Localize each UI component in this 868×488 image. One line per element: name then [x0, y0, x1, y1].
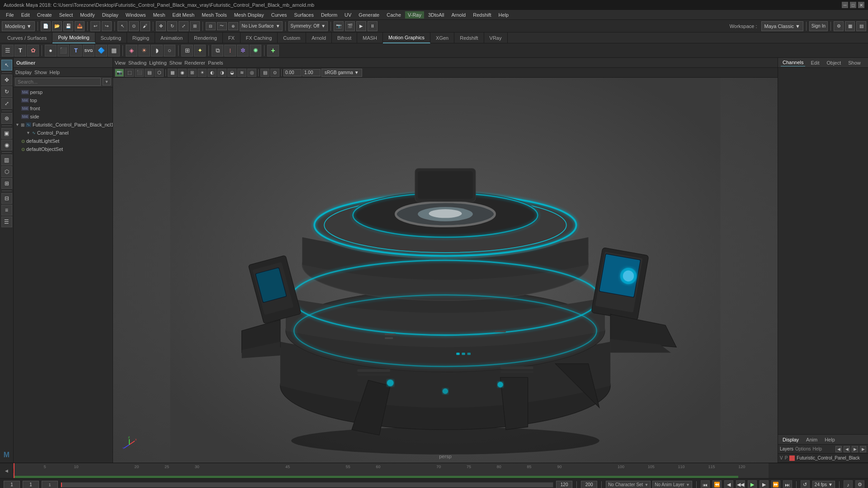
- arc-btn[interactable]: ◗: [151, 45, 163, 56]
- symmetry-dropdown[interactable]: Symmetry: Off ▼: [288, 21, 328, 31]
- play-back-btn[interactable]: ◀◀: [736, 480, 745, 488]
- tab-xgen[interactable]: XGen: [430, 33, 454, 43]
- scale-mode-btn[interactable]: ⤢: [1, 98, 12, 109]
- settings-pb-btn[interactable]: ⚙: [855, 480, 864, 488]
- menu-generate[interactable]: Generate: [355, 11, 382, 19]
- outliner-item-default-light-set[interactable]: ⊙ defaultLightSet: [14, 137, 113, 145]
- window-controls[interactable]: ─ □ ✕: [842, 2, 864, 8]
- outliner-item-persp[interactable]: M4 persp: [14, 88, 113, 96]
- audio-btn[interactable]: ♪: [844, 480, 853, 488]
- vp-panel-layout-btn[interactable]: ▤: [260, 69, 269, 77]
- vp-texture-btn[interactable]: ▦: [168, 69, 177, 77]
- sub-tab-layers-help[interactable]: Help: [812, 446, 822, 451]
- annotate-btn[interactable]: ≡: [1, 205, 12, 216]
- maximize-btn[interactable]: □: [850, 2, 856, 8]
- outliner-item-futuristic-group[interactable]: ▼ ⊞ ∿ Futuristic_Control_Panel_Black_ncl…: [14, 121, 113, 129]
- snap-to-point-btn[interactable]: ⊕: [228, 22, 238, 30]
- open-file-btn[interactable]: 📂: [52, 21, 62, 31]
- menu-windows[interactable]: Windows: [123, 11, 149, 19]
- module-dropdown[interactable]: Modeling ▼: [2, 21, 35, 31]
- layer-nav-next-btn[interactable]: ▶: [852, 446, 858, 452]
- vp-smooth-btn[interactable]: ◉: [178, 69, 187, 77]
- measure-btn[interactable]: ⊞: [1, 178, 12, 189]
- outliner-item-default-object-set[interactable]: ⊙ defaultObjectSet: [14, 145, 113, 153]
- vp-viewport-btn[interactable]: ⬡: [155, 69, 164, 77]
- save-btn[interactable]: 💾: [63, 21, 73, 31]
- undo-btn[interactable]: ↩: [90, 21, 100, 31]
- curve-tool-btn[interactable]: ✿: [27, 45, 39, 56]
- lasso-select-btn[interactable]: ⊙: [129, 21, 139, 31]
- sub-tab-layers[interactable]: Layers: [780, 446, 793, 451]
- vp-exposure-input[interactable]: [283, 69, 302, 76]
- outliner-help-menu[interactable]: Help: [50, 70, 60, 75]
- timeline-ruler[interactable]: 5 10 20 25 30 45 55 60 70 75 80 85 90 10…: [14, 463, 769, 478]
- snap-grid-btn[interactable]: ⊟: [1, 193, 12, 204]
- menu-mesh-tools[interactable]: Mesh Tools: [198, 11, 230, 19]
- menu-cache[interactable]: Cache: [383, 11, 404, 19]
- vp-cam-btn[interactable]: 📷: [115, 69, 124, 77]
- timeline-scrub-mini[interactable]: [61, 482, 553, 488]
- render-btn[interactable]: 🎬: [345, 21, 355, 31]
- redo-btn[interactable]: ↪: [102, 21, 112, 31]
- fluid-btn[interactable]: ✼: [237, 45, 249, 56]
- outliner-display-menu[interactable]: Display: [15, 70, 32, 75]
- layer-nav-prev-btn[interactable]: ◀: [835, 446, 842, 452]
- range-end-input[interactable]: [581, 481, 597, 488]
- display-layer-btn[interactable]: ▣: [1, 128, 12, 139]
- layer-nav-next2-btn[interactable]: ▶: [860, 446, 866, 452]
- vp-moti-blur-btn[interactable]: ≋: [237, 69, 246, 77]
- prev-key-btn[interactable]: ⏪: [712, 480, 722, 488]
- outliner-item-top[interactable]: M4 top: [14, 96, 113, 104]
- vp-dof-btn[interactable]: ◎: [247, 69, 256, 77]
- select-mode-btn[interactable]: ↖: [1, 60, 12, 70]
- camera-btn[interactable]: 📷: [334, 21, 344, 31]
- tab-object[interactable]: Object: [825, 59, 843, 66]
- vp-menu-shading[interactable]: Shading: [128, 60, 146, 66]
- fps-dropdown[interactable]: 24 fps ▼: [812, 481, 835, 488]
- menu-mesh-display[interactable]: Mesh Display: [231, 11, 267, 19]
- start-frame-input[interactable]: [4, 481, 20, 488]
- tab-arnold[interactable]: Arnold: [306, 33, 332, 43]
- menu-file[interactable]: File: [3, 11, 17, 19]
- plane-btn[interactable]: ▦: [108, 45, 120, 56]
- tab-channels[interactable]: Channels: [781, 59, 805, 66]
- tab-custom[interactable]: Custom: [278, 33, 306, 43]
- play-forward-btn[interactable]: ▶: [748, 480, 757, 488]
- end-frame-input[interactable]: [556, 481, 572, 488]
- vp-menu-panels[interactable]: Panels: [208, 60, 223, 66]
- vp-shadow-btn[interactable]: ◐: [208, 69, 217, 77]
- menu-uv[interactable]: UV: [341, 11, 354, 19]
- new-file-btn[interactable]: 📄: [41, 21, 51, 31]
- menu-edit-mesh[interactable]: Edit Mesh: [169, 11, 198, 19]
- vp-ao-btn[interactable]: ◒: [227, 69, 236, 77]
- vp-menu-show[interactable]: Show: [170, 60, 182, 66]
- layer-nav-prev2-btn[interactable]: ◀: [844, 446, 850, 452]
- prev-frame-btn[interactable]: ◀: [724, 480, 733, 488]
- menu-vray[interactable]: V-Ray: [405, 11, 424, 19]
- tab-display-layers[interactable]: Display: [781, 436, 801, 443]
- workspace-dropdown[interactable]: Maya Classic ▼: [761, 21, 803, 31]
- cloth-btn[interactable]: ⧉: [212, 45, 223, 56]
- render-region-btn[interactable]: ▥: [1, 155, 12, 165]
- extrude-btn[interactable]: ⊞: [181, 45, 193, 56]
- tab-redshift[interactable]: Redshift: [454, 33, 484, 43]
- menu-arnold[interactable]: Arnold: [448, 11, 469, 19]
- minimize-btn[interactable]: ─: [842, 2, 848, 8]
- current-frame-input[interactable]: [23, 481, 39, 488]
- close-btn[interactable]: ✕: [858, 2, 864, 8]
- go-to-end-btn[interactable]: ⏭: [783, 480, 792, 488]
- tab-vray[interactable]: VRay: [484, 33, 508, 43]
- tab-anim-layers[interactable]: Anim: [804, 436, 819, 443]
- universal-manip-btn[interactable]: ⊞: [190, 21, 200, 31]
- menu-help[interactable]: Help: [495, 11, 512, 19]
- sub-tab-options[interactable]: Options: [795, 446, 811, 451]
- menu-mesh[interactable]: Mesh: [150, 11, 168, 19]
- cube-btn[interactable]: 🔷: [95, 45, 107, 56]
- rotate-tool-btn[interactable]: ↻: [167, 21, 177, 31]
- tab-sculpting[interactable]: Sculpting: [95, 33, 127, 43]
- menu-surfaces[interactable]: Surfaces: [291, 11, 317, 19]
- text-poly-btn[interactable]: T: [70, 45, 82, 56]
- menu-modify[interactable]: Modify: [77, 11, 98, 19]
- list-btn[interactable]: ☰: [1, 216, 12, 227]
- tab-rigging[interactable]: Rigging: [127, 33, 155, 43]
